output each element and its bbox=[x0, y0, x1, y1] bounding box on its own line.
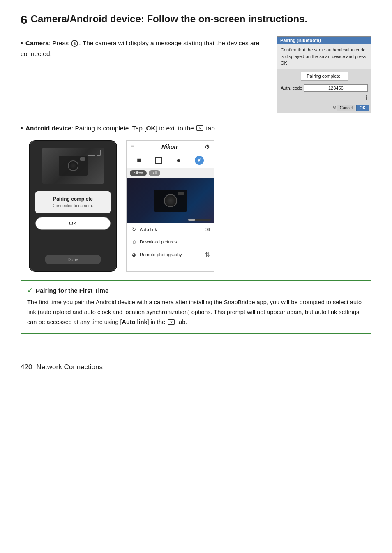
note-body: The first time you pair the Android devi… bbox=[27, 298, 365, 327]
tab-square-icon[interactable] bbox=[155, 157, 162, 164]
note-box: ✓ Pairing for the First Time The first t… bbox=[21, 280, 371, 334]
auto-link-row[interactable]: ↻ Auto link Off bbox=[127, 223, 214, 236]
note-text1: The first time you pair the Android devi… bbox=[27, 299, 362, 325]
bullet-marker: • bbox=[21, 39, 23, 46]
bluetooth-badge[interactable]: ✗ bbox=[195, 156, 204, 165]
check-icon: ✓ bbox=[27, 287, 32, 294]
bullet2-text: • Android device: Pairing is complete. T… bbox=[21, 123, 371, 134]
cancel-icon: ⊙ bbox=[333, 105, 336, 111]
tab-camera-icon[interactable]: ■ bbox=[137, 156, 141, 164]
camera-lens-circle bbox=[164, 194, 177, 207]
auth-code-box: 123456 bbox=[304, 84, 368, 92]
note-tab-icon bbox=[168, 319, 175, 325]
download-pictures-label: Download pictures bbox=[140, 239, 210, 244]
nikon-app-title: Nikon bbox=[161, 143, 178, 150]
ok-symbol: ⊛ bbox=[71, 40, 78, 47]
step-title: Camera/Android device: Follow the on-scr… bbox=[31, 12, 307, 25]
ok-button[interactable]: OK bbox=[356, 105, 369, 111]
dialog-buttons: ⊙ Cancel OK bbox=[277, 103, 371, 113]
dialog-title-bar: Pairing (Bluetooth) bbox=[277, 37, 371, 44]
nikon-camera-photo bbox=[127, 178, 214, 223]
step-heading: 6 Camera/Android device: Follow the on-s… bbox=[21, 12, 371, 27]
progress-bar-area bbox=[188, 219, 211, 221]
bullet1-text: • Camera: Press ⊛. The camera will displ… bbox=[21, 36, 267, 59]
dialog-body: Confirm that the same authentication cod… bbox=[277, 44, 371, 69]
camera-body bbox=[154, 190, 187, 212]
menu-icon[interactable]: ≡ bbox=[131, 143, 134, 150]
auto-link-value: Off bbox=[205, 227, 210, 232]
android-label: Android device bbox=[25, 125, 71, 132]
note-auto-link: Auto link bbox=[122, 319, 148, 325]
download-icon: ⎙ bbox=[131, 239, 137, 244]
camera-viewfinder bbox=[178, 192, 184, 195]
auto-link-icon: ↻ bbox=[131, 227, 137, 232]
android-text2: tab. bbox=[204, 125, 217, 132]
download-pictures-row[interactable]: ⎙ Download pictures bbox=[127, 236, 214, 248]
phones-row: Pairing complete Connected to camera. OK… bbox=[29, 140, 371, 272]
remote-icon: ◕ bbox=[131, 252, 137, 257]
phone-right: ≡ Nikon ⚙ ■ ● ✗ Nikon All bbox=[126, 140, 214, 272]
bullet2-section: • Android device: Pairing is complete. T… bbox=[21, 123, 371, 272]
bullet-marker2: • bbox=[21, 125, 23, 132]
auto-link-label: Auto link bbox=[140, 227, 202, 232]
phone-camera-image bbox=[42, 148, 104, 184]
tab-icon-inline bbox=[196, 125, 203, 131]
filter-btn-2[interactable]: All bbox=[149, 170, 160, 176]
phone-left-side-btn bbox=[29, 178, 30, 190]
step-number: 6 bbox=[21, 12, 28, 27]
cancel-button[interactable]: Cancel bbox=[337, 105, 355, 111]
nikon-menu-list: ↻ Auto link Off ⎙ Download pictures ◕ Re… bbox=[127, 223, 214, 271]
camera-dialog: Pairing (Bluetooth) Confirm that the sam… bbox=[277, 36, 371, 113]
dialog-info-row: ℹ bbox=[277, 93, 371, 103]
note-title: Pairing for the First Time bbox=[36, 287, 108, 294]
pairing-complete-title: Pairing complete bbox=[42, 196, 104, 202]
note-header: ✓ Pairing for the First Time bbox=[27, 287, 365, 294]
remote-photography-row[interactable]: ◕ Remote photography ⇅ bbox=[127, 248, 214, 261]
camera-label: Camera bbox=[25, 39, 49, 46]
phone-done-btn[interactable]: Done bbox=[45, 255, 101, 264]
filter-btn-1[interactable]: Nikon bbox=[130, 170, 147, 176]
camera-text1: : Press bbox=[49, 39, 71, 46]
dialog-auth-row: Auth. code 123456 bbox=[277, 83, 371, 93]
note-text3: tab. bbox=[175, 319, 187, 325]
page-number: 420 bbox=[21, 363, 32, 371]
note-text2: ] in the bbox=[148, 319, 167, 325]
page-section: Network Connections bbox=[36, 363, 103, 371]
gear-icon[interactable]: ⚙ bbox=[205, 143, 210, 150]
tab-person-icon[interactable]: ● bbox=[176, 156, 180, 164]
bullet1-section: • Camera: Press ⊛. The camera will displ… bbox=[21, 36, 371, 113]
remote-photography-label: Remote photography bbox=[140, 252, 203, 257]
nikon-tab-row: ■ ● ✗ bbox=[127, 153, 214, 168]
phone-left-screen: Pairing complete Connected to camera. OK… bbox=[30, 141, 116, 271]
filter-bar: Nikon All bbox=[127, 168, 214, 178]
page-footer: 420 Network Connections bbox=[21, 359, 371, 371]
pairing-complete-box: Pairing complete Connected to camera. bbox=[35, 191, 111, 213]
dialog-pairing-complete: Pairing complete. bbox=[301, 72, 348, 81]
remote-arrow: ⇅ bbox=[205, 251, 210, 258]
phone-left: Pairing complete Connected to camera. OK… bbox=[29, 140, 117, 272]
nikon-app-header: ≡ Nikon ⚙ bbox=[127, 141, 214, 153]
android-text1: : Pairing is complete. Tap [OK] to exit … bbox=[71, 125, 196, 132]
phone-ok-btn[interactable]: OK bbox=[35, 217, 111, 230]
auth-label: Auth. code bbox=[281, 86, 302, 90]
pairing-complete-sub: Connected to camera. bbox=[42, 204, 104, 208]
